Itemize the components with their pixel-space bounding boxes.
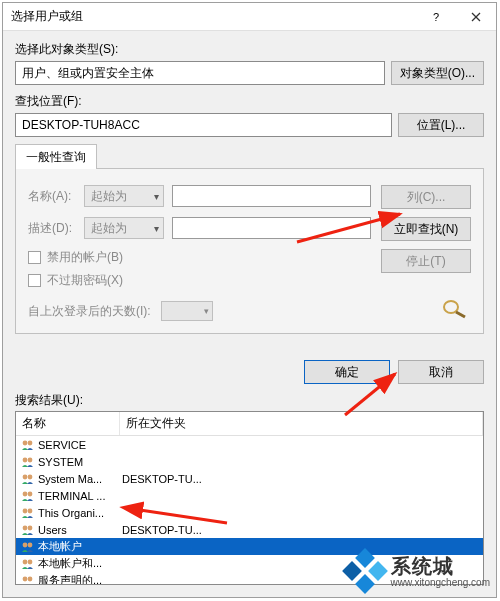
noexpire-label: 不过期密码(X) (47, 272, 123, 289)
chevron-down-icon: ▾ (154, 191, 159, 202)
svg-point-10 (28, 474, 33, 479)
table-row[interactable]: This Organi... (16, 504, 483, 521)
chevron-down-icon: ▾ (154, 223, 159, 234)
svg-point-20 (28, 559, 33, 564)
cell-folder: DESKTOP-TU... (122, 524, 483, 536)
search-icon (439, 297, 471, 321)
columns-button[interactable]: 列(C)... (381, 185, 471, 209)
svg-point-7 (23, 457, 28, 462)
svg-point-14 (28, 508, 33, 513)
cell-name: This Organi... (38, 507, 122, 519)
svg-text:?: ? (433, 12, 439, 22)
watermark-name: 系统城 (391, 555, 491, 577)
svg-point-8 (28, 457, 33, 462)
results-label: 搜索结果(U): (3, 392, 496, 411)
watermark-url: www.xitongcheng.com (391, 577, 491, 588)
tabset: 一般性查询 名称(A): 起始为 ▾ 描述(D): (15, 143, 484, 334)
svg-point-12 (28, 491, 33, 496)
cell-name: System Ma... (38, 473, 122, 485)
svg-point-9 (23, 474, 28, 479)
cell-name: Users (38, 524, 122, 536)
object-type-label: 选择此对象类型(S): (15, 41, 484, 58)
user-group-icon (20, 506, 36, 520)
cell-name: 本地帐户和... (38, 556, 122, 571)
svg-line-4 (456, 312, 465, 317)
ok-button[interactable]: 确定 (304, 360, 390, 384)
noexpire-checkbox[interactable] (28, 274, 41, 287)
table-row[interactable]: System Ma...DESKTOP-TU... (16, 470, 483, 487)
svg-point-11 (23, 491, 28, 496)
user-group-icon (20, 438, 36, 452)
cell-name: SYSTEM (38, 456, 122, 468)
results-header: 名称 所在文件夹 (16, 412, 483, 436)
user-group-icon (20, 455, 36, 469)
svg-point-17 (23, 542, 28, 547)
days-combo[interactable]: ▾ (161, 301, 213, 321)
window-title: 选择用户或组 (11, 8, 83, 25)
svg-point-3 (444, 301, 458, 313)
cell-name: TERMINAL ... (38, 490, 122, 502)
col-header-folder[interactable]: 所在文件夹 (120, 412, 483, 435)
name-match-combo[interactable]: 起始为 ▾ (84, 185, 164, 207)
desc-input[interactable] (172, 217, 371, 239)
user-group-icon (20, 574, 36, 585)
tab-panel: 名称(A): 起始为 ▾ 描述(D): 起始为 ▾ (15, 168, 484, 334)
help-button[interactable]: ? (416, 3, 456, 31)
col-header-name[interactable]: 名称 (16, 412, 120, 435)
watermark-logo-icon (345, 551, 385, 591)
name-input[interactable] (172, 185, 371, 207)
object-types-button[interactable]: 对象类型(O)... (391, 61, 484, 85)
disabled-accounts-label: 禁用的帐户(B) (47, 249, 123, 266)
cell-name: 本地帐户 (38, 539, 122, 554)
svg-point-18 (28, 542, 33, 547)
dialog-buttons: 确定 取消 (3, 338, 496, 392)
table-row[interactable]: UsersDESKTOP-TU... (16, 521, 483, 538)
upper-form: 选择此对象类型(S): 对象类型(O)... 查找位置(F): 位置(L)...… (3, 31, 496, 338)
table-row[interactable]: TERMINAL ... (16, 487, 483, 504)
stop-button[interactable]: 停止(T) (381, 249, 471, 273)
table-row[interactable]: SERVICE (16, 436, 483, 453)
find-now-button[interactable]: 立即查找(N) (381, 217, 471, 241)
table-row[interactable]: SYSTEM (16, 453, 483, 470)
object-type-field[interactable] (15, 61, 385, 85)
name-label: 名称(A): (28, 188, 76, 205)
svg-point-15 (23, 525, 28, 530)
user-group-icon (20, 540, 36, 554)
close-button[interactable] (456, 3, 496, 31)
cell-name: 服务声明的... (38, 573, 122, 584)
tab-general-query[interactable]: 一般性查询 (15, 144, 97, 169)
desc-label: 描述(D): (28, 220, 76, 237)
disabled-accounts-checkbox[interactable] (28, 251, 41, 264)
cell-folder: DESKTOP-TU... (122, 473, 483, 485)
desc-match-combo[interactable]: 起始为 ▾ (84, 217, 164, 239)
user-group-icon (20, 523, 36, 537)
dialog-window: 选择用户或组 ? 选择此对象类型(S): 对象类型(O)... 查找位置(F):… (2, 2, 497, 598)
days-label: 自上次登录后的天数(I): (28, 303, 151, 320)
svg-point-21 (23, 576, 28, 581)
cancel-button[interactable]: 取消 (398, 360, 484, 384)
svg-point-5 (23, 440, 28, 445)
svg-point-22 (28, 576, 33, 581)
location-label: 查找位置(F): (15, 93, 484, 110)
user-group-icon (20, 557, 36, 571)
titlebar: 选择用户或组 ? (3, 3, 496, 31)
location-field[interactable] (15, 113, 392, 137)
svg-point-19 (23, 559, 28, 564)
locations-button[interactable]: 位置(L)... (398, 113, 484, 137)
titlebar-buttons: ? (416, 3, 496, 31)
user-group-icon (20, 472, 36, 486)
svg-point-6 (28, 440, 33, 445)
user-group-icon (20, 489, 36, 503)
watermark: 系统城 www.xitongcheng.com (345, 551, 491, 591)
svg-point-16 (28, 525, 33, 530)
svg-point-13 (23, 508, 28, 513)
cell-name: SERVICE (38, 439, 122, 451)
